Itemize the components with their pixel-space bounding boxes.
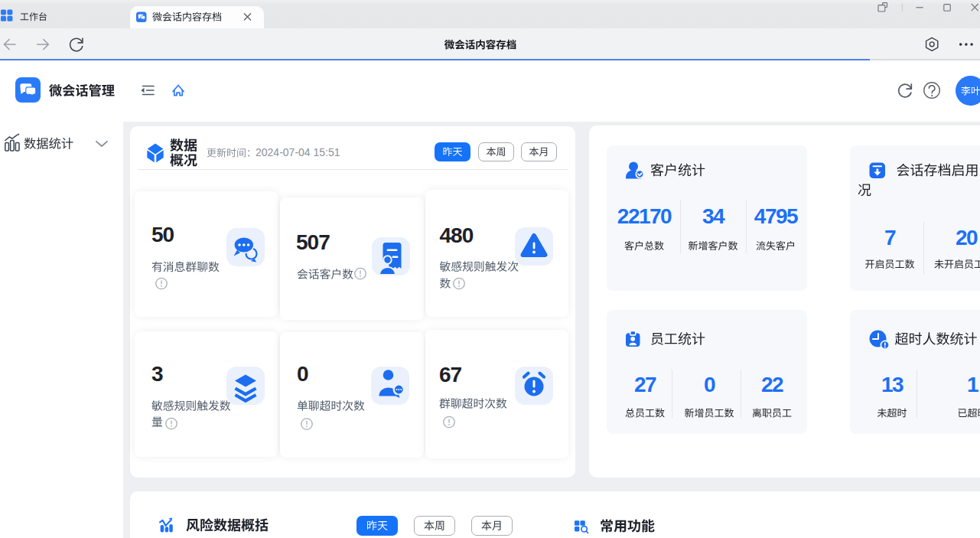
svg-text:0: 0 — [297, 362, 308, 386]
svg-text:480: 480 — [440, 223, 474, 247]
svg-text:27: 27 — [634, 373, 656, 396]
svg-text:2024-07-04 15:51: 2024-07-04 15:51 — [256, 146, 340, 158]
svg-text:22170: 22170 — [617, 204, 672, 228]
svg-text:67: 67 — [439, 363, 462, 386]
svg-text:20: 20 — [956, 226, 978, 249]
svg-text:13: 13 — [881, 373, 903, 396]
svg-text:50: 50 — [151, 223, 174, 246]
svg-text:34: 34 — [702, 204, 725, 228]
svg-text:1: 1 — [967, 373, 978, 396]
svg-text:3: 3 — [151, 362, 163, 386]
svg-text:0: 0 — [704, 373, 715, 396]
svg-text:507: 507 — [296, 230, 330, 254]
svg-text:7: 7 — [884, 226, 896, 249]
svg-text:4795: 4795 — [754, 204, 798, 228]
svg-text:22: 22 — [761, 373, 783, 396]
